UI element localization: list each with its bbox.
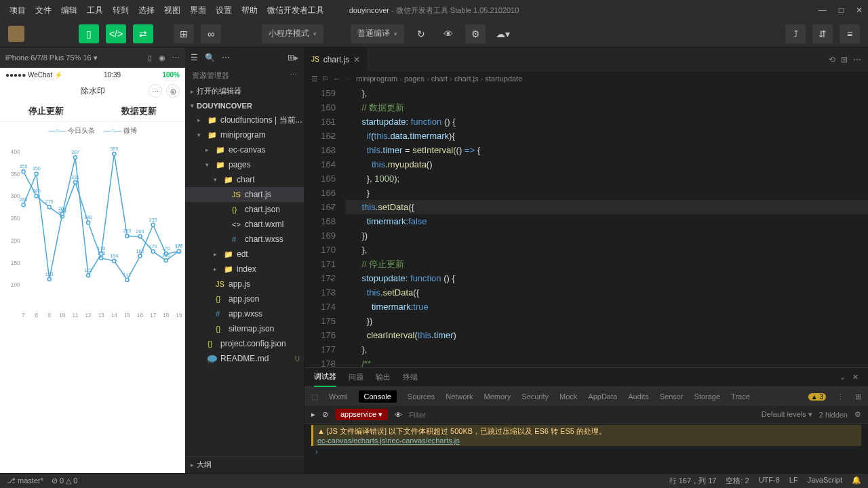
levels-dropdown[interactable]: Default levels ▾ — [762, 410, 812, 419]
maximize-icon[interactable]: □ — [839, 5, 844, 15]
split-icon[interactable]: ⊞▸ — [288, 53, 298, 62]
tab-memory[interactable]: Memory — [484, 392, 511, 401]
tab-close-icon[interactable]: ✕ — [353, 55, 360, 64]
bc-chart.js[interactable]: chart.js — [454, 75, 478, 83]
cursor-position[interactable]: 行 167，列 17 — [669, 476, 717, 486]
preview-icon[interactable]: 👁 — [438, 24, 458, 43]
back-icon[interactable]: ← — [333, 75, 340, 83]
tab-update[interactable]: 数据更新 — [93, 100, 186, 121]
menu-帮助[interactable]: 帮助 — [237, 2, 262, 19]
inspect-icon[interactable]: ⬚ — [311, 392, 318, 401]
bc-miniprogram[interactable]: miniprogram — [356, 75, 397, 83]
upload-icon[interactable]: ⤴ — [785, 24, 806, 43]
search-icon[interactable]: 🔍 — [205, 53, 215, 62]
bc-pages[interactable]: pages — [404, 75, 425, 83]
tab-problems[interactable]: 问题 — [349, 368, 363, 386]
tree-chart.json[interactable]: {}chart.json — [185, 202, 304, 217]
tree-project.config.json[interactable]: {}project.config.json — [185, 336, 304, 351]
device-selector[interactable]: iPhone 6/7/8 Plus 75% 16 ▾ — [5, 54, 98, 62]
tab-sensor[interactable]: Sensor — [660, 392, 684, 401]
refresh-icon[interactable]: ↻ — [411, 24, 431, 43]
bc-chart[interactable]: chart — [431, 75, 448, 83]
editor-button[interactable]: </> — [106, 24, 126, 43]
menu-选择[interactable]: 选择 — [134, 2, 159, 19]
tab-security[interactable]: Security — [521, 392, 549, 401]
tab-trace[interactable]: Trace — [731, 392, 750, 401]
capsule-close-icon[interactable]: ◎ — [166, 84, 180, 98]
filter-input[interactable] — [409, 411, 754, 419]
visual-button[interactable]: ⊞ — [174, 24, 194, 43]
close-icon[interactable]: ✕ — [856, 5, 863, 15]
tab-audits[interactable]: Audits — [628, 392, 649, 401]
problems-indicator[interactable]: ⊘ 0 △ 0 — [52, 476, 77, 485]
toggle-sidebar-icon[interactable]: ▸ — [311, 410, 315, 419]
tree-chart.js[interactable]: JSchart.js — [185, 187, 304, 202]
panel-close-icon[interactable]: ✕ — [852, 369, 859, 386]
more-icon[interactable]: ≡ — [840, 24, 860, 43]
tab-debugger[interactable]: 调试器 — [314, 367, 336, 387]
exp-more-icon[interactable]: ⋯ — [222, 53, 230, 62]
console-gear-icon[interactable]: ⚙ — [854, 410, 861, 419]
outline-icon[interactable]: ☰ — [311, 75, 318, 83]
panel-toggle-icon[interactable]: ⌄ — [840, 369, 846, 386]
bc-startupdate[interactable]: startupdate — [485, 75, 522, 83]
menu-项目[interactable]: 项目 — [5, 2, 30, 19]
tab-stop[interactable]: 停止更新 — [0, 100, 93, 121]
cloud-button[interactable]: ∞ — [201, 24, 221, 43]
code-content[interactable]: }, // 数据更新 startupdate: function () { if… — [345, 86, 868, 367]
tree-README.md[interactable]: ⓘREADME.mdU — [185, 351, 304, 366]
tree-ec-canvas[interactable]: ▸📁ec-canvas — [185, 142, 304, 157]
tree-app.js[interactable]: JSapp.js — [185, 277, 304, 291]
sim-more-icon[interactable]: ⋯ — [172, 54, 180, 62]
tab-chart-js[interactable]: JS chart.js ✕ — [304, 47, 368, 71]
eol-indicator[interactable]: LF — [789, 476, 798, 486]
menu-界面[interactable]: 界面 — [186, 2, 210, 19]
menu-微信开发者工具[interactable]: 微信开发者工具 — [263, 2, 328, 19]
outline-section[interactable]: 大纲 — [185, 457, 304, 472]
compile-dropdown[interactable]: 普通编译 — [351, 24, 404, 43]
editor-more-icon[interactable]: ⋯ — [853, 55, 861, 64]
debugger-button[interactable]: ⇄ — [133, 24, 153, 43]
tree-app.json[interactable]: {}app.json — [185, 291, 304, 306]
hidden-count[interactable]: 2 hidden — [819, 411, 848, 419]
encoding-indicator[interactable]: UTF-8 — [759, 476, 780, 486]
fwd-icon[interactable]: → — [344, 75, 352, 83]
clear-console-icon[interactable]: ⊘ — [322, 410, 328, 419]
collapse-icon[interactable]: ☰ — [191, 53, 198, 62]
live-expr-icon[interactable]: 👁 — [395, 411, 402, 419]
menu-设置[interactable]: 设置 — [212, 2, 236, 19]
tree-chart.wxss[interactable]: #chart.wxss — [185, 232, 304, 247]
tree-edt[interactable]: ▸📁edt — [185, 247, 304, 262]
version-icon[interactable]: ⇵ — [812, 24, 833, 43]
tab-appdata[interactable]: AppData — [588, 392, 617, 401]
tree-index[interactable]: ▸📁index — [185, 262, 304, 277]
tree-pages[interactable]: ▾📁pages — [185, 157, 304, 172]
console-prompt[interactable]: › — [311, 446, 861, 457]
split-editor-icon[interactable]: ⊞ — [841, 55, 848, 64]
tree-miniprogram[interactable]: ▾📁miniprogram — [185, 127, 304, 142]
console-settings-icon[interactable]: ⊞ — [855, 392, 861, 401]
menu-编辑[interactable]: 编辑 — [57, 2, 81, 19]
tab-mock[interactable]: Mock — [559, 392, 577, 401]
menu-文件[interactable]: 文件 — [31, 2, 56, 19]
tree-sitemap.json[interactable]: {}sitemap.json — [185, 321, 304, 336]
exp-menu-icon[interactable]: ⋯ — [290, 70, 297, 81]
clear-icon[interactable]: ☁▾ — [492, 24, 513, 43]
compare-icon[interactable]: ⟲ — [829, 55, 835, 64]
open-editors-section[interactable]: 打开的编辑器 — [185, 83, 304, 99]
tab-console[interactable]: Console — [359, 390, 397, 403]
tab-terminal[interactable]: 终端 — [403, 368, 418, 386]
tab-wxml[interactable]: Wxml — [329, 392, 348, 401]
branch-indicator[interactable]: ⎇ master* — [7, 476, 43, 485]
debug-icon[interactable]: ⚙ — [465, 24, 486, 43]
warn-count[interactable]: ▲ 3 — [808, 393, 826, 401]
tree-cloudfunctions | 当前...[interactable]: ▸📁cloudfunctions | 当前... — [185, 113, 304, 127]
mode-dropdown[interactable]: 小程序模式 — [262, 24, 323, 43]
menu-转到[interactable]: 转到 — [108, 2, 133, 19]
console-vdots-icon[interactable]: ⋮ — [837, 392, 844, 401]
indent-indicator[interactable]: 空格: 2 — [726, 476, 749, 486]
language-indicator[interactable]: JavaScript — [808, 476, 842, 486]
tree-chart.wxml[interactable]: <>chart.wxml — [185, 217, 304, 232]
tree-app.wxss[interactable]: #app.wxss — [185, 306, 304, 321]
rotate-icon[interactable]: ▯ — [148, 54, 152, 62]
